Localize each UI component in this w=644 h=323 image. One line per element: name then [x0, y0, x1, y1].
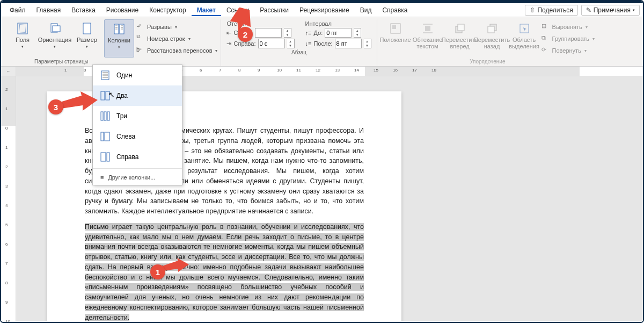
group-page-setup: Поля▾ Ориентация▾ Размер▾ Колонки▾ ⤶Разр… — [4, 19, 221, 66]
menu-review[interactable]: Рецензирование — [294, 4, 355, 16]
indent-right[interactable]: ⇥Справа:▲▼ — [226, 39, 294, 48]
menu-file[interactable]: Файл — [4, 4, 31, 16]
menu-mailings[interactable]: Рассылки — [254, 4, 294, 16]
columns-option-right[interactable]: Справа — [93, 147, 182, 167]
wrap-icon — [421, 21, 435, 35]
columns-more[interactable]: ≡Другие колонки... — [93, 170, 182, 185]
share-button[interactable]: ⇧Поделиться — [525, 5, 577, 16]
comments-button[interactable]: ✎Примечания▾ — [581, 5, 640, 16]
orientation-icon — [48, 21, 62, 35]
menu-view[interactable]: Вид — [355, 4, 377, 16]
columns-dropdown: Один Два Три Слева Справа ≡Другие колонк… — [92, 64, 182, 185]
svg-rect-34 — [105, 132, 109, 141]
ruler-corner: ⌐ — [1, 67, 16, 76]
group-label: Упорядочение — [470, 58, 505, 66]
svg-rect-4 — [83, 23, 91, 34]
one-column-icon — [100, 70, 110, 80]
orientation-button[interactable]: Ориентация▾ — [40, 19, 70, 58]
backward-icon — [485, 21, 499, 35]
svg-marker-38 — [60, 91, 98, 111]
hyphenation-button[interactable]: bᶜРасстановка переносов ▾ — [136, 45, 217, 56]
svg-rect-35 — [101, 153, 106, 161]
share-icon: ⇧ — [530, 6, 535, 14]
comment-icon: ✎ — [586, 6, 591, 14]
position-button: Положение — [380, 19, 411, 58]
svg-rect-36 — [107, 153, 109, 161]
linenum-icon: ¹² — [136, 34, 145, 43]
rotate-icon: ⟳ — [541, 46, 550, 55]
menu-layout[interactable]: Макет — [192, 4, 221, 16]
svg-rect-21 — [488, 26, 494, 33]
backward-button: Переместить назад — [477, 19, 507, 58]
svg-marker-39 — [162, 258, 189, 272]
selection-pane-button[interactable]: Область выделения — [509, 19, 539, 58]
group-icon: ⧉ — [541, 34, 550, 43]
menu-help[interactable]: Справка — [377, 4, 413, 16]
breaks-button[interactable]: ⤶Разрывы ▾ — [136, 21, 217, 32]
svg-rect-14 — [392, 25, 396, 29]
svg-rect-28 — [101, 91, 105, 100]
hyphen-icon: bᶜ — [136, 46, 145, 55]
columns-icon — [112, 22, 126, 36]
menu-bar: Файл Главная Вставка Рисование Конструкт… — [1, 3, 643, 17]
align-button: ⊟Выровнять ▾ — [541, 21, 595, 32]
svg-rect-3 — [53, 26, 60, 32]
forward-icon — [453, 21, 467, 35]
svg-rect-19 — [458, 24, 464, 31]
space-before[interactable]: ↑≡До:▲▼ — [305, 28, 371, 38]
arrow-to-two-columns — [60, 91, 98, 113]
columns-option-two[interactable]: Два — [93, 85, 182, 106]
ribbon: Поля▾ Ориентация▾ Размер▾ Колонки▾ ⤶Разр… — [1, 17, 643, 67]
svg-rect-15 — [425, 26, 430, 31]
svg-rect-33 — [101, 132, 104, 141]
svg-rect-30 — [101, 112, 103, 120]
rotate-button: ⟳Повернуть ▾ — [541, 45, 595, 56]
group-arrange: Положение Обтекание текстом Переместить … — [377, 19, 598, 66]
space-after[interactable]: ↓≡После:▲▼ — [305, 39, 371, 48]
menu-insert[interactable]: Вставка — [66, 4, 101, 16]
svg-rect-23 — [101, 71, 109, 80]
columns-option-one[interactable]: Один — [93, 65, 182, 85]
align-icon: ⊟ — [541, 23, 550, 31]
margins-icon — [16, 21, 30, 35]
left-column-icon — [100, 132, 110, 141]
menu-draw[interactable]: Рисование — [101, 4, 144, 16]
group-objects-button: ⧉Группировать ▾ — [541, 33, 595, 44]
columns-option-left[interactable]: Слева — [93, 126, 182, 147]
paragraph-selected[interactable]: Письмо играет такую центральную роль в п… — [85, 222, 364, 321]
menu-home[interactable]: Главная — [31, 4, 67, 16]
mouse-cursor-icon: ↖ — [108, 90, 115, 99]
wrap-button: Обтекание текстом — [413, 19, 443, 58]
spacing-label: Интервал — [305, 20, 371, 27]
right-column-icon — [100, 152, 110, 162]
svg-rect-32 — [107, 112, 109, 120]
callout-2: 2 — [238, 27, 253, 42]
columns-button[interactable]: Колонки▾ — [104, 19, 134, 58]
svg-rect-1 — [19, 25, 26, 32]
size-icon — [80, 21, 94, 35]
group-label: Абзац — [224, 48, 373, 57]
size-button[interactable]: Размер▾ — [72, 19, 102, 58]
three-column-icon — [100, 111, 110, 121]
group-label: Параметры страницы — [34, 58, 89, 66]
breaks-icon: ⤶ — [136, 23, 145, 31]
selection-icon — [517, 21, 531, 35]
callout-1: 1 — [150, 264, 165, 279]
svg-rect-31 — [104, 112, 106, 120]
arrow-to-selection — [162, 258, 189, 274]
position-icon — [389, 21, 402, 35]
columns-option-three[interactable]: Три — [93, 106, 182, 126]
vertical-ruler[interactable]: 2101234567891011 — [1, 76, 16, 321]
callout-3: 3 — [48, 99, 63, 114]
forward-button: Переместить вперед — [445, 19, 475, 58]
line-numbers-button[interactable]: ¹²Номера строк ▾ — [136, 33, 217, 44]
margins-button[interactable]: Поля▾ — [8, 19, 38, 58]
menu-design[interactable]: Конструктор — [144, 4, 191, 16]
